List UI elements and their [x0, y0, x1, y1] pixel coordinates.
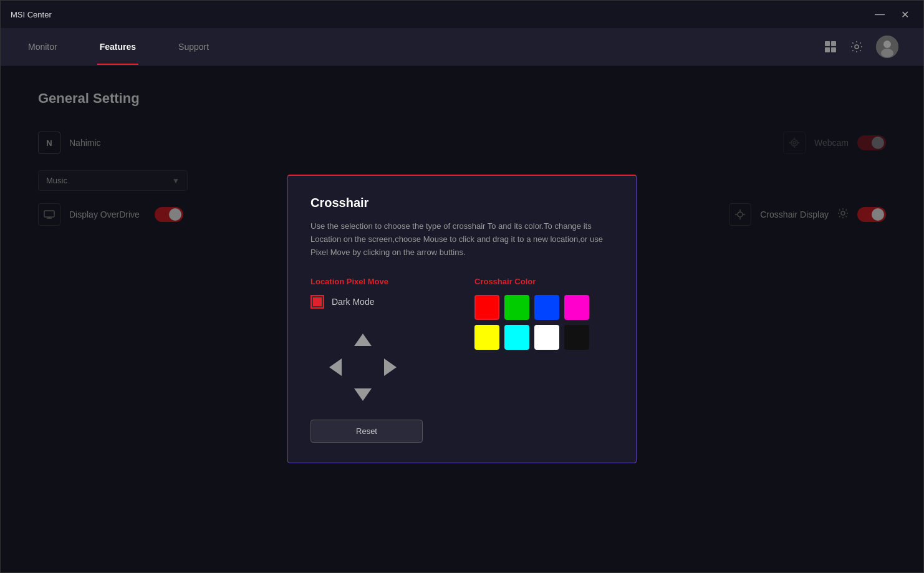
svg-rect-1 [831, 41, 836, 46]
nav-tabs: Monitor Features Support [26, 28, 211, 65]
svg-rect-2 [825, 47, 830, 52]
app-window: MSI Center — ✕ Monitor Features Support [0, 0, 924, 573]
svg-point-6 [883, 41, 891, 48]
nav-bar: Monitor Features Support [1, 28, 923, 65]
svg-rect-3 [831, 47, 836, 52]
svg-point-7 [881, 49, 893, 57]
color-section-label: Crosshair Color [474, 277, 614, 286]
color-swatch-blue[interactable] [534, 295, 559, 320]
svg-rect-0 [825, 41, 830, 46]
pixel-move-pad [323, 327, 403, 407]
app-title: MSI Center [11, 10, 52, 19]
svg-point-4 [855, 45, 859, 49]
color-swatch-green[interactable] [504, 295, 529, 320]
pad-down-button[interactable] [350, 382, 375, 407]
main-content: General Setting N Nahimic Music ▼ [1, 65, 923, 572]
title-bar-controls: — ✕ [871, 6, 913, 23]
dark-mode-checkbox[interactable] [310, 295, 324, 309]
pixel-move-section: Location Pixel Move Dark Mode [310, 277, 450, 443]
pad-left-button[interactable] [323, 355, 348, 380]
grid-icon-button[interactable] [824, 40, 837, 54]
color-grid [474, 295, 614, 350]
avatar[interactable] [876, 36, 898, 58]
tab-support[interactable]: Support [176, 28, 211, 65]
nav-right [824, 36, 898, 58]
reset-button[interactable]: Reset [310, 420, 423, 443]
title-bar: MSI Center — ✕ [1, 1, 923, 28]
location-section-label: Location Pixel Move [310, 277, 450, 286]
crosshair-dialog: Crosshair Use the selection to choose th… [287, 175, 637, 463]
dialog-title: Crosshair [310, 196, 614, 210]
color-swatch-white[interactable] [534, 325, 559, 350]
dark-mode-row: Dark Mode [310, 295, 374, 309]
tab-monitor[interactable]: Monitor [26, 28, 60, 65]
close-button[interactable]: ✕ [896, 6, 913, 23]
pad-right-button[interactable] [378, 355, 403, 380]
color-swatch-cyan[interactable] [504, 325, 529, 350]
dialog-overlay: Crosshair Use the selection to choose th… [1, 65, 923, 572]
minimize-button[interactable]: — [871, 6, 888, 23]
color-swatch-yellow[interactable] [474, 325, 499, 350]
color-section: Crosshair Color [474, 277, 614, 350]
dark-mode-label: Dark Mode [332, 297, 374, 307]
dialog-description: Use the selection to choose the type of … [310, 220, 614, 259]
settings-icon-button[interactable] [850, 40, 864, 54]
color-swatch-red[interactable] [474, 295, 499, 320]
color-swatch-black[interactable] [564, 325, 589, 350]
color-swatch-pink[interactable] [564, 295, 589, 320]
dialog-columns: Location Pixel Move Dark Mode [310, 277, 614, 443]
tab-features[interactable]: Features [97, 28, 138, 65]
pad-up-button[interactable] [350, 327, 375, 352]
